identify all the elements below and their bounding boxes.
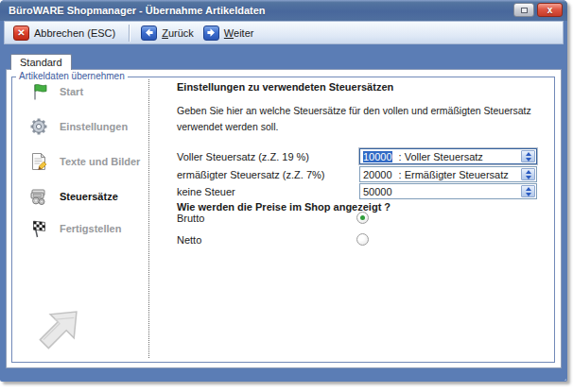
toolbar: ✕ Abbrechen (ESC) Zurück Weiter [4, 21, 564, 44]
sidebar-item-texte-und-bilder[interactable]: Texte und Bilder [28, 149, 148, 174]
input-suffix: : Ermäßigter Steuersatz [399, 169, 509, 180]
sidebar-item-label: Steuersätze [60, 191, 118, 202]
dialog-window: BüroWARE Shopmanager - Übernahme Artikel… [0, 0, 567, 382]
input-suffix: : Voller Steuersatz [399, 151, 483, 162]
price-display-question: Wie werden die Preise im Shop angezeigt … [177, 201, 391, 213]
content-panel: Artikeldaten übernehmen Start [6, 69, 562, 368]
sidebar-item-label: Fertigstellen [60, 223, 121, 234]
spinner-down-icon [526, 176, 531, 179]
cancel-button[interactable]: ✕ Abbrechen (ESC) [9, 24, 121, 43]
green-flag-icon [28, 81, 49, 102]
keine-steuer-input[interactable]: 50000 [359, 183, 537, 199]
description-text: Geben Sie hier an welche Steuersätze für… [177, 103, 544, 135]
cancel-x-icon: ✕ [13, 26, 29, 41]
voller-steuersatz-input[interactable]: 10000 : Voller Steuersatz [359, 148, 537, 164]
sidebar-item-start[interactable]: Start [28, 79, 148, 104]
back-button[interactable]: Zurück [137, 24, 200, 43]
sidebar-item-label: Einstellungen [60, 121, 128, 132]
restore-icon [521, 8, 528, 13]
money-icon [28, 186, 49, 207]
restore-button[interactable] [513, 3, 534, 17]
gear-icon [28, 116, 49, 137]
toolbar-separator [129, 25, 130, 42]
spinner-voller-steuersatz[interactable] [521, 150, 535, 162]
field-label-ermaessigter-steuersatz: ermäßigter Steuersatz (z.Z. 7%) [177, 167, 325, 183]
document-pencil-icon [28, 151, 49, 172]
arrow-right-icon [203, 26, 219, 41]
sidebar-item-fertigstellen[interactable]: Fertigstellen [28, 216, 148, 241]
radio-label-netto: Netto [177, 233, 201, 247]
cancel-button-label: Abbrechen (ESC) [34, 27, 115, 39]
ermaessigter-steuersatz-input[interactable]: 20000 : Ermäßigter Steuersatz [359, 166, 537, 182]
next-button-label: Weiter [224, 27, 254, 39]
next-button[interactable]: Weiter [200, 24, 260, 43]
radio-label-brutto: Brutto [177, 212, 204, 225]
spinner-up-icon [526, 187, 531, 191]
window-title: BüroWARE Shopmanager - Übernahme Artikel… [9, 5, 266, 16]
sidebar-item-label: Texte und Bilder [60, 156, 140, 167]
spinner-up-icon [526, 152, 531, 156]
sidebar-item-label: Start [60, 86, 83, 97]
tab-label: Standard [20, 57, 62, 68]
resize-grip[interactable] [556, 370, 566, 381]
input-selected-value: 10000 [363, 151, 392, 162]
input-value: 50000 [363, 186, 392, 197]
back-button-label: Zurück [162, 27, 194, 39]
spinner-keine-steuer[interactable] [521, 185, 535, 197]
page-title: Einstellungen zu verwendeten Steuersätze… [177, 81, 393, 93]
input-value: 20000 [363, 169, 392, 180]
close-icon: x [547, 4, 553, 16]
field-label-voller-steuersatz: Voller Steuersatz (z.Z. 19 %) [177, 149, 309, 165]
brutto-radio[interactable] [356, 212, 369, 224]
field-label-keine-steuer: keine Steuer [177, 184, 235, 200]
sidebar-divider [148, 79, 149, 358]
sidebar-item-steuersaetze[interactable]: Steuersätze [28, 184, 148, 209]
close-button[interactable]: x [537, 3, 563, 17]
tab-standard[interactable]: Standard [10, 54, 72, 70]
spinner-up-icon [526, 170, 531, 174]
title-bar[interactable]: BüroWARE Shopmanager - Übernahme Artikel… [0, 0, 567, 21]
spinner-down-icon [526, 193, 531, 196]
spinner-down-icon [526, 158, 531, 162]
spinner-ermaessigter-steuersatz[interactable] [521, 168, 535, 180]
window-controls: x [513, 3, 563, 17]
netto-radio[interactable] [356, 233, 369, 246]
checkered-flag-icon [28, 218, 49, 239]
arrow-left-icon [141, 26, 157, 41]
sidebar-item-einstellungen[interactable]: Einstellungen [28, 114, 148, 139]
arrow-watermark [22, 293, 97, 365]
